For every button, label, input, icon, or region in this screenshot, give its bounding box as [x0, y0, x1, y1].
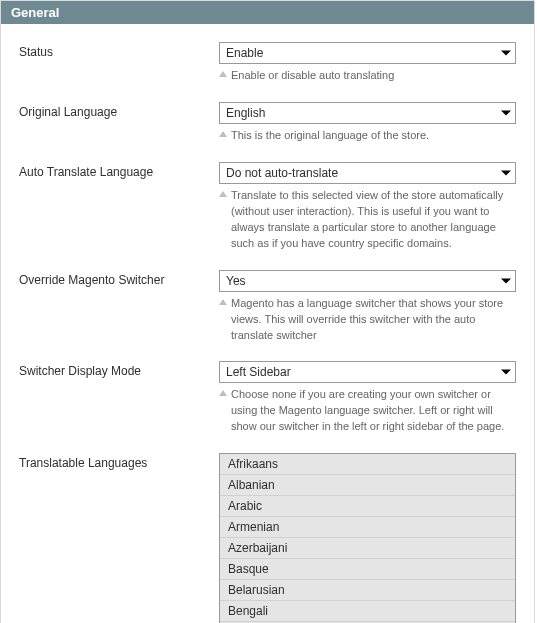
hint-triangle-icon — [219, 390, 227, 396]
language-option[interactable]: Albanian — [220, 475, 515, 496]
language-option[interactable]: Bengali — [220, 601, 515, 622]
override-switcher-label: Override Magento Switcher — [19, 270, 219, 287]
override-switcher-control: Yes Magento has a language switcher that… — [219, 270, 516, 344]
switcher-display-mode-hint: Choose none if you are creating your own… — [219, 387, 516, 435]
hint-triangle-icon — [219, 71, 227, 77]
status-hint-text: Enable or disable auto translating — [231, 68, 394, 84]
chevron-down-icon — [501, 110, 511, 115]
chevron-down-icon — [501, 51, 511, 56]
field-auto-translate-language: Auto Translate Language Do not auto-tran… — [19, 162, 516, 252]
translatable-languages-control: AfrikaansAlbanianArabicArmenianAzerbaija… — [219, 453, 516, 623]
language-option[interactable]: Afrikaans — [220, 454, 515, 475]
auto-translate-language-select[interactable]: Do not auto-translate — [219, 162, 516, 184]
status-control: Enable Enable or disable auto translatin… — [219, 42, 516, 84]
hint-triangle-icon — [219, 299, 227, 305]
language-option[interactable]: Azerbaijani — [220, 538, 515, 559]
auto-translate-language-label: Auto Translate Language — [19, 162, 219, 179]
auto-translate-language-control: Do not auto-translate Translate to this … — [219, 162, 516, 252]
switcher-display-mode-label: Switcher Display Mode — [19, 361, 219, 378]
auto-translate-language-select-value: Do not auto-translate — [226, 166, 338, 180]
original-language-label: Original Language — [19, 102, 219, 119]
hint-triangle-icon — [219, 131, 227, 137]
language-option[interactable]: Basque — [220, 559, 515, 580]
field-original-language: Original Language English This is the or… — [19, 102, 516, 144]
language-option[interactable]: Armenian — [220, 517, 515, 538]
language-option[interactable]: Arabic — [220, 496, 515, 517]
original-language-hint: This is the original language of the sto… — [219, 128, 516, 144]
translatable-languages-multiselect[interactable]: AfrikaansAlbanianArabicArmenianAzerbaija… — [219, 453, 516, 623]
switcher-display-mode-hint-text: Choose none if you are creating your own… — [231, 387, 516, 435]
switcher-display-mode-select[interactable]: Left Sidebar — [219, 361, 516, 383]
original-language-select-value: English — [226, 106, 265, 120]
panel-body: Status Enable Enable or disable auto tra… — [1, 24, 534, 623]
general-panel: General Status Enable Enable or disable … — [0, 0, 535, 623]
original-language-hint-text: This is the original language of the sto… — [231, 128, 429, 144]
auto-translate-language-hint: Translate to this selected view of the s… — [219, 188, 516, 252]
status-hint: Enable or disable auto translating — [219, 68, 516, 84]
translatable-languages-label: Translatable Languages — [19, 453, 219, 470]
original-language-select[interactable]: English — [219, 102, 516, 124]
override-switcher-select-value: Yes — [226, 274, 246, 288]
field-status: Status Enable Enable or disable auto tra… — [19, 42, 516, 84]
switcher-display-mode-control: Left Sidebar Choose none if you are crea… — [219, 361, 516, 435]
language-option[interactable]: Belarusian — [220, 580, 515, 601]
override-switcher-hint-text: Magento has a language switcher that sho… — [231, 296, 516, 344]
switcher-display-mode-select-value: Left Sidebar — [226, 365, 291, 379]
field-override-switcher: Override Magento Switcher Yes Magento ha… — [19, 270, 516, 344]
hint-triangle-icon — [219, 191, 227, 197]
panel-title: General — [1, 1, 534, 24]
chevron-down-icon — [501, 370, 511, 375]
status-select-value: Enable — [226, 46, 263, 60]
auto-translate-language-hint-text: Translate to this selected view of the s… — [231, 188, 516, 252]
override-switcher-hint: Magento has a language switcher that sho… — [219, 296, 516, 344]
field-translatable-languages: Translatable Languages AfrikaansAlbanian… — [19, 453, 516, 623]
original-language-control: English This is the original language of… — [219, 102, 516, 144]
chevron-down-icon — [501, 170, 511, 175]
chevron-down-icon — [501, 278, 511, 283]
override-switcher-select[interactable]: Yes — [219, 270, 516, 292]
status-select[interactable]: Enable — [219, 42, 516, 64]
field-switcher-display-mode: Switcher Display Mode Left Sidebar Choos… — [19, 361, 516, 435]
status-label: Status — [19, 42, 219, 59]
